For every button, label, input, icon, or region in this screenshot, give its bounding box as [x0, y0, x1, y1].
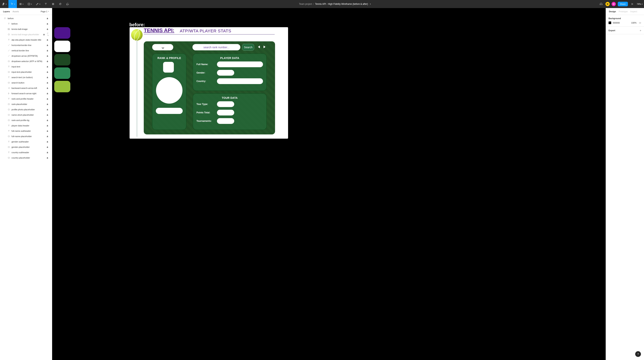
layer-row[interactable]: dropdown-selector (ATP or WTA): [0, 59, 52, 64]
tab-design[interactable]: Design: [609, 10, 616, 13]
layer-row[interactable]: profile-photo-placeholder: [0, 107, 52, 112]
layer-row[interactable]: tennis-ball-image-placeholder: [0, 32, 52, 37]
lock-icon[interactable]: [46, 98, 49, 100]
lock-icon[interactable]: [46, 82, 49, 84]
lock-icon[interactable]: [46, 60, 49, 62]
lock-icon[interactable]: [46, 136, 49, 137]
layer-row[interactable]: rank-and-profile-bg: [0, 118, 52, 123]
lock-icon[interactable]: [46, 87, 49, 89]
lock-icon[interactable]: [46, 28, 49, 30]
background-swatch[interactable]: [608, 21, 611, 24]
svg-rect-11: [8, 136, 10, 137]
layer-row[interactable]: atp-wta-player-stats-header-title: [0, 37, 52, 42]
lock-icon[interactable]: [46, 55, 49, 57]
background-opacity[interactable]: 100%: [630, 22, 637, 24]
layer-row[interactable]: player-data-header: [0, 123, 52, 128]
present-play-icon[interactable]: [630, 0, 635, 8]
layer-root-frame[interactable]: before: [0, 16, 52, 21]
layer-row[interactable]: before:: [0, 21, 52, 26]
frame-tool[interactable]: ▾: [17, 0, 25, 8]
tab-assets[interactable]: Assets: [12, 10, 19, 13]
figma-menu-button[interactable]: ▾: [0, 0, 8, 8]
lock-icon[interactable]: [46, 125, 49, 127]
lock-icon[interactable]: [46, 119, 49, 121]
move-tool[interactable]: ▾: [8, 0, 17, 8]
swatch-1[interactable]: [54, 27, 70, 39]
swatch-2[interactable]: [54, 40, 70, 52]
layer-row[interactable]: gender-placeholder: [0, 144, 52, 150]
chevron-down-icon[interactable]: ▾: [370, 3, 371, 5]
page-selector[interactable]: Page 1 ▾: [41, 10, 49, 13]
layer-row[interactable]: forward-search-arrow-right: [0, 91, 52, 96]
lock-icon[interactable]: [46, 109, 49, 110]
lock-icon[interactable]: [46, 77, 49, 78]
export-add-button[interactable]: +: [640, 29, 641, 32]
lock-icon[interactable]: [46, 23, 49, 25]
text-tool[interactable]: [42, 0, 50, 8]
tab-prototype[interactable]: Prototype: [619, 10, 628, 13]
lock-icon[interactable]: [46, 50, 49, 51]
svg-rect-7: [8, 104, 10, 105]
wireframe-before-frame[interactable]: TENNIS API: ATP/WTA PLAYER STATS ⌄ searc…: [130, 27, 288, 139]
layer-row[interactable]: input-text-placeholder: [0, 69, 52, 75]
lock-icon[interactable]: [46, 44, 49, 46]
share-button[interactable]: Share: [618, 2, 628, 6]
lock-icon[interactable]: [43, 34, 46, 35]
layer-row[interactable]: search-text (on button): [0, 75, 52, 80]
lock-icon[interactable]: [46, 39, 49, 41]
zoom-value[interactable]: 74% ▾: [637, 3, 642, 5]
lock-icon[interactable]: [46, 93, 49, 94]
headphones-icon[interactable]: [598, 0, 604, 8]
rank-search-input[interactable]: search rank number...: [192, 44, 240, 50]
prev-arrow-icon[interactable]: [258, 45, 260, 48]
resources-tool[interactable]: [50, 0, 57, 8]
canvas[interactable]: before: TENNIS API: ATP/WTA PLAYER STATS…: [52, 8, 606, 360]
layer-row[interactable]: dropdown-arrow (ATP/WTA): [0, 53, 52, 59]
comment-tool[interactable]: [64, 0, 71, 8]
lock-icon[interactable]: [46, 157, 49, 159]
content-board: ⌄ search rank number... Search RANK & PR…: [144, 41, 275, 134]
lock-icon[interactable]: [46, 152, 49, 153]
tour-dropdown[interactable]: ⌄: [152, 44, 173, 50]
lock-icon[interactable]: [46, 66, 49, 68]
layer-row[interactable]: vertical-border-line: [0, 48, 52, 53]
layer-row[interactable]: rank-placeholder: [0, 101, 52, 107]
search-button[interactable]: Search: [242, 44, 254, 50]
lock-icon[interactable]: [46, 18, 49, 19]
layer-row[interactable]: gender-subheader: [0, 139, 52, 144]
layer-row[interactable]: search-button: [0, 80, 52, 85]
swatch-3[interactable]: [54, 54, 70, 65]
eye-toggle-icon[interactable]: [639, 22, 641, 24]
help-button[interactable]: ?: [635, 351, 641, 357]
tab-layers[interactable]: Layers: [3, 10, 10, 13]
swatch-5[interactable]: [54, 81, 70, 92]
shape-tool[interactable]: ▾: [25, 0, 34, 8]
avatar-m[interactable]: M: [606, 2, 610, 6]
layer-row[interactable]: country-placeholder: [0, 155, 52, 160]
layer-row[interactable]: backward-search-arrow-left: [0, 85, 52, 91]
layer-row[interactable]: tennis-ball-image: [0, 26, 52, 32]
layer-row[interactable]: horizontal-border-line: [0, 42, 52, 48]
layer-row[interactable]: full-name-subheader: [0, 128, 52, 134]
swatch-4[interactable]: [54, 67, 70, 79]
avatar-w[interactable]: W: [612, 2, 616, 6]
frame-label-before[interactable]: before:: [130, 22, 145, 27]
tab-inspect[interactable]: Inspect: [630, 10, 637, 13]
layer-name: backward-search-arrow-left: [11, 87, 46, 89]
lock-icon[interactable]: [46, 71, 49, 73]
layer-row[interactable]: country-subheader: [0, 150, 52, 155]
lock-icon[interactable]: [46, 141, 49, 143]
next-arrow-icon[interactable]: [264, 45, 266, 48]
hand-tool[interactable]: [57, 0, 64, 8]
document-title-area[interactable]: Team project / Tennis API - High Fidelit…: [299, 3, 371, 5]
layer-row[interactable]: rank-and-profile-header: [0, 96, 52, 101]
layer-row[interactable]: name-short-placeholder: [0, 112, 52, 118]
layer-row[interactable]: full-name-placeholder: [0, 134, 52, 139]
lock-icon[interactable]: [46, 114, 49, 116]
layer-row[interactable]: input-text: [0, 64, 52, 69]
pen-tool[interactable]: ▾: [34, 0, 42, 8]
lock-icon[interactable]: [46, 130, 49, 132]
lock-icon[interactable]: [46, 103, 49, 105]
background-hex[interactable]: 000000: [613, 22, 628, 24]
lock-icon[interactable]: [46, 146, 49, 148]
